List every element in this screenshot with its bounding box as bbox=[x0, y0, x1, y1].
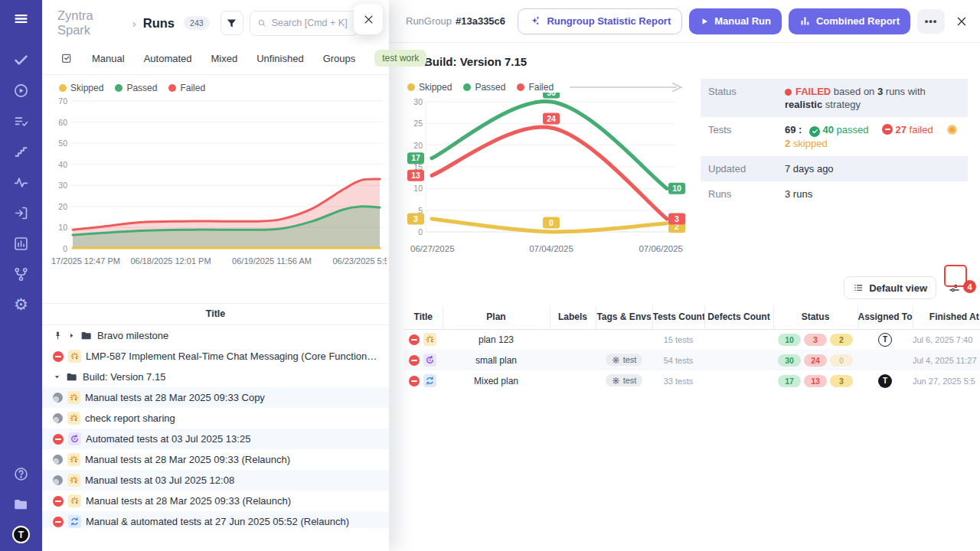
more-actions-button[interactable]: ••• bbox=[917, 9, 945, 34]
tab-groups[interactable]: Groups bbox=[323, 53, 356, 64]
tests-check-icon[interactable] bbox=[12, 51, 31, 69]
run-list-item[interactable]: Bravo milestone bbox=[42, 325, 389, 346]
table-header-cell[interactable]: Tags & Envs bbox=[596, 305, 652, 329]
table-header-cell[interactable]: Title bbox=[404, 305, 443, 329]
run-title: Automated tests at 03 Jul 2025 13:25 bbox=[86, 433, 250, 445]
breadcrumb-project[interactable]: Zyntra Spark bbox=[57, 8, 126, 37]
drawer-close-button[interactable] bbox=[354, 4, 383, 34]
steps-icon[interactable] bbox=[12, 142, 31, 161]
run-title: Manual tests at 28 Mar 2025 09:33 (Relau… bbox=[85, 454, 290, 465]
combined-report-button[interactable]: Combined Report bbox=[789, 8, 910, 34]
neutral-status-icon bbox=[53, 393, 63, 403]
search-box[interactable] bbox=[250, 11, 358, 36]
manual-run-button[interactable]: Manual Run bbox=[689, 8, 782, 34]
chevron-down-icon[interactable] bbox=[53, 373, 61, 381]
svg-text:10: 10 bbox=[58, 223, 67, 232]
runs-trend-chart: 01020304050607017/2025 12:47 PM06/18/202… bbox=[50, 95, 387, 272]
branches-icon[interactable] bbox=[12, 265, 31, 283]
tag-badge: test bbox=[606, 374, 643, 386]
run-list-item[interactable]: check report sharing bbox=[42, 408, 389, 429]
neutral-status-icon bbox=[53, 413, 63, 423]
svg-text:10: 10 bbox=[672, 184, 681, 193]
mixed-run-icon bbox=[70, 517, 80, 527]
chevron-right-icon[interactable] bbox=[67, 331, 76, 340]
legend-passed: Passed bbox=[463, 82, 505, 93]
assigned-to-cell bbox=[858, 350, 913, 370]
run-list-item[interactable]: Automated tests at 03 Jul 2025 13:25 bbox=[42, 429, 389, 449]
workflow-badge[interactable]: test work bbox=[374, 50, 426, 67]
failed-status-icon bbox=[53, 517, 64, 527]
failed-status-icon bbox=[409, 376, 420, 386]
run-list-item[interactable]: LMP-587 Implement Real-Time Chat Messagi… bbox=[42, 346, 389, 367]
manual-run-icon bbox=[423, 333, 436, 346]
run-list-item[interactable]: Build: Version 7.15 bbox=[42, 367, 389, 387]
run-title: Manual tests at 03 Jul 2025 12:08 bbox=[85, 474, 234, 486]
plan-cell[interactable]: small plan bbox=[443, 350, 550, 370]
passed-dot-icon bbox=[115, 84, 122, 92]
menu-icon[interactable] bbox=[12, 9, 31, 28]
rungroup-title: Build: Version 7.15 bbox=[424, 55, 527, 68]
settings-gear-icon[interactable]: ⚙ bbox=[12, 295, 31, 314]
finished-at-cell: Jul 6, 2025 7:40 bbox=[913, 329, 980, 350]
statistic-report-button[interactable]: Rungroup Statistic Report bbox=[518, 8, 682, 34]
table-header-cell[interactable]: Status bbox=[773, 305, 858, 329]
failed-minus-icon bbox=[882, 124, 893, 135]
svg-text:0: 0 bbox=[63, 244, 67, 253]
import-icon[interactable] bbox=[12, 204, 31, 222]
run-list-item[interactable]: Manual & automated tests at 27 Jun 2025 … bbox=[42, 511, 389, 528]
svg-text:17/2025 12:47 PM: 17/2025 12:47 PM bbox=[51, 256, 120, 266]
plan-cell[interactable]: Mixed plan bbox=[443, 370, 550, 391]
table-row[interactable]: small plantest54 tests30240Jul 4, 2025 1… bbox=[404, 350, 980, 370]
runs-play-icon[interactable] bbox=[12, 81, 31, 99]
analytics-icon[interactable] bbox=[12, 234, 31, 253]
run-list-item[interactable]: Manual tests at 03 Jul 2025 12:08 bbox=[42, 470, 389, 491]
table-row[interactable]: Mixed plantest33 tests17133TJun 27, 2025… bbox=[404, 370, 980, 391]
failed-dot-icon bbox=[168, 84, 176, 92]
run-list-item[interactable]: Manual tests at 28 Mar 2025 09:33 Copy bbox=[42, 387, 389, 408]
default-view-button[interactable]: Default view bbox=[844, 276, 936, 299]
svg-text:20: 20 bbox=[58, 202, 67, 211]
finished-at-cell: Jun 27, 2025 5:5 bbox=[913, 370, 980, 391]
column-settings-button[interactable] bbox=[943, 278, 965, 298]
tab-unfinished[interactable]: Unfinished bbox=[256, 53, 303, 64]
table-header-cell[interactable]: Finished At bbox=[913, 305, 980, 329]
runs-list-section: Title Bravo milestoneLMP-587 Implement R… bbox=[42, 303, 389, 528]
profile-avatar[interactable]: T bbox=[12, 526, 30, 543]
filter-button[interactable] bbox=[220, 11, 243, 35]
svg-text:24: 24 bbox=[547, 114, 556, 123]
manual-run-icon bbox=[70, 351, 80, 361]
table-row[interactable]: plan 12315 tests1032TJul 6, 2025 7:40 bbox=[404, 329, 980, 350]
table-header-cell[interactable]: Assigned To bbox=[858, 305, 913, 329]
tests-count-cell: 54 tests bbox=[652, 350, 704, 370]
run-list-item[interactable]: Manual tests at 28 Mar 2025 09:33 (Relau… bbox=[42, 449, 389, 470]
tab-automated[interactable]: Automated bbox=[144, 53, 192, 64]
table-header-cell[interactable]: Plan bbox=[443, 305, 550, 329]
passed-pill: 17 bbox=[778, 375, 801, 387]
table-header-cell[interactable]: Labels bbox=[550, 305, 596, 329]
select-runs-icon[interactable] bbox=[60, 52, 73, 64]
folder-icon bbox=[80, 330, 93, 342]
tab-mixed[interactable]: Mixed bbox=[211, 53, 238, 64]
svg-text:17: 17 bbox=[411, 153, 420, 162]
rungroup-chart-column: Skipped Passed Failed 051015202530173010… bbox=[406, 76, 693, 266]
search-input[interactable] bbox=[272, 18, 351, 28]
legend-failed: Failed bbox=[168, 83, 205, 93]
activity-icon[interactable] bbox=[12, 173, 31, 191]
manual-run-icon bbox=[67, 412, 80, 425]
chevron-right-icon bbox=[67, 331, 76, 340]
test-plans-icon[interactable] bbox=[12, 112, 31, 130]
pin-icon bbox=[53, 331, 63, 341]
panel-close-button[interactable] bbox=[956, 15, 968, 28]
tests-count-cell: 33 tests bbox=[652, 370, 704, 391]
run-list-item[interactable]: Manual tests at 28 Mar 2025 09:33 (Relau… bbox=[42, 491, 389, 511]
table-header-cell[interactable]: Tests Count bbox=[652, 305, 704, 329]
neutral-status-icon bbox=[53, 475, 63, 485]
table-header-cell[interactable]: Defects Count bbox=[704, 305, 773, 329]
app: ⚙ T Zyntra Spark › Runs 243 Manual Autom… bbox=[0, 0, 980, 551]
projects-folder-icon[interactable] bbox=[12, 495, 31, 514]
page-title: Runs bbox=[143, 16, 175, 31]
folder-icon bbox=[80, 330, 93, 342]
plan-cell[interactable]: plan 123 bbox=[443, 329, 550, 350]
tab-manual[interactable]: Manual bbox=[92, 53, 125, 64]
help-icon[interactable] bbox=[12, 465, 31, 483]
